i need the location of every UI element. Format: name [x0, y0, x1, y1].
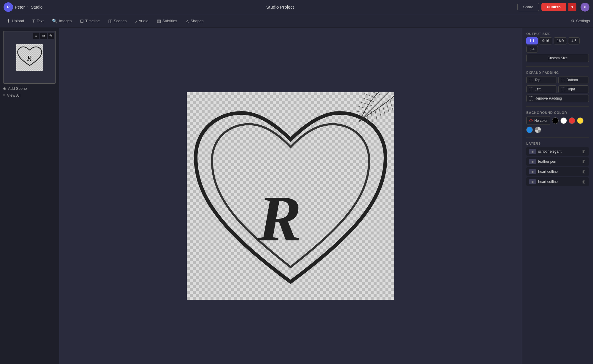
svg-line-11: [360, 98, 372, 110]
toolbar-shapes-button[interactable]: △ Shapes: [182, 17, 207, 25]
dashed-border-icon: [529, 78, 533, 82]
layer-image-icon-4: ▣: [529, 179, 536, 184]
custom-size-button[interactable]: Custom Size: [526, 54, 589, 62]
layer-item-4[interactable]: ▣ heart outline 🗑: [526, 177, 589, 186]
dashed-border-icon-5: [529, 96, 533, 100]
svg-line-14: [385, 98, 394, 111]
toolbar-subtitles-button[interactable]: ▤ Subtitles: [153, 17, 181, 25]
plus-icon: ⊕: [3, 86, 6, 91]
topbar: P Peter › Studio Studio Project Share Pu…: [0, 0, 593, 14]
toolbar: ⬆ Upload T Text 🔍 Images ⊟ Timeline ◫ Sc…: [0, 14, 593, 28]
scene-thumb-inner: R: [4, 31, 55, 83]
layer-item-2[interactable]: ▣ feather pen 🗑: [526, 157, 589, 166]
subtitles-icon: ▤: [157, 18, 161, 24]
toolbar-upload-button[interactable]: ⬆ Upload: [3, 17, 28, 25]
publish-button[interactable]: Publish: [541, 3, 566, 11]
background-color-title: BACKGROUND COLOR: [526, 111, 589, 114]
avatar: P: [4, 2, 13, 12]
images-icon: 🔍: [52, 18, 58, 24]
color-swatch-white[interactable]: [560, 117, 567, 124]
audio-icon: ♪: [135, 18, 137, 23]
user-badge: P: [581, 3, 589, 12]
toolbar-audio-label: Audio: [138, 19, 148, 23]
scene-hamburger-button[interactable]: ≡: [33, 33, 39, 39]
color-swatch-red[interactable]: [569, 117, 575, 124]
layers-title: LAYERS: [526, 142, 589, 145]
text-icon: T: [32, 18, 35, 23]
list-icon: ≡: [3, 93, 5, 98]
canvas-surface[interactable]: R: [187, 92, 394, 300]
layers-section: LAYERS ▣ script r elegant 🗑 ▣ feather pe…: [526, 142, 589, 187]
divider-1: [526, 66, 589, 67]
layer-delete-button-1[interactable]: 🗑: [582, 149, 586, 154]
padding-right-button[interactable]: Right: [558, 85, 589, 93]
svg-text:R: R: [258, 182, 302, 255]
layer-item-1[interactable]: ▣ script r elegant 🗑: [526, 147, 589, 156]
toolbar-timeline-button[interactable]: ⊟ Timeline: [76, 17, 103, 25]
padding-left-button[interactable]: Left: [526, 85, 557, 93]
shapes-icon: △: [186, 18, 189, 24]
topbar-right: Share Publish ▾ P: [517, 3, 589, 12]
upload-icon: ⬆: [7, 18, 10, 24]
settings-button[interactable]: ⚙ Settings: [571, 19, 590, 23]
scene-delete-button[interactable]: 🗑: [48, 33, 54, 39]
toolbar-text-label: Text: [36, 19, 44, 23]
padding-left-label: Left: [535, 87, 541, 91]
toolbar-scenes-label: Scenes: [114, 19, 127, 23]
layer-delete-button-3[interactable]: 🗑: [582, 169, 586, 174]
layer-name-4: heart outline: [538, 180, 579, 184]
size-btn-4-5[interactable]: 4:5: [568, 37, 580, 44]
size-btn-16-9[interactable]: 16:9: [554, 37, 567, 44]
background-color-section: BACKGROUND COLOR ⊘ No color: [526, 111, 589, 133]
layer-item-3[interactable]: ▣ heart outline 🗑: [526, 167, 589, 176]
svg-line-17: [374, 106, 386, 118]
no-color-button[interactable]: ⊘ No color: [526, 116, 550, 125]
color-swatch-black[interactable]: [552, 117, 559, 124]
scene-thumbnail[interactable]: ≡ ⧉ 🗑 R: [3, 31, 56, 84]
size-btn-5-4[interactable]: 5:4: [526, 46, 538, 53]
no-color-label: No color: [534, 119, 548, 123]
scene-copy-button[interactable]: ⧉: [40, 33, 47, 39]
right-panel: OUTPUT SIZE 1:1 9:16 16:9 4:5 5:4 Custom…: [522, 28, 593, 364]
toolbar-audio-button[interactable]: ♪ Audio: [131, 17, 152, 25]
publish-caret-button[interactable]: ▾: [568, 3, 576, 11]
expand-padding-section: EXPAND PADDING Top Bottom Left Right: [526, 71, 589, 102]
canvas-wrapper: R: [187, 92, 394, 300]
view-all-button[interactable]: ≡ View All: [3, 93, 56, 98]
size-btn-9-16[interactable]: 9:16: [539, 37, 552, 44]
canvas-area: R: [59, 28, 522, 364]
toolbar-images-button[interactable]: 🔍 Images: [48, 17, 75, 25]
size-buttons: 1:1 9:16 16:9 4:5 5:4: [526, 37, 589, 53]
breadcrumb-location: Studio: [31, 5, 43, 9]
breadcrumb: Peter › Studio: [15, 5, 43, 9]
color-swatch-strikethrough[interactable]: [535, 127, 541, 133]
toolbar-text-button[interactable]: T Text: [29, 17, 47, 25]
layer-image-icon-2: ▣: [529, 159, 536, 164]
bg-color-row: ⊘ No color: [526, 116, 589, 133]
layer-image-icon-1: ▣: [529, 149, 536, 154]
breadcrumb-user[interactable]: Peter: [15, 5, 25, 9]
toolbar-subtitles-label: Subtitles: [162, 19, 177, 23]
color-swatch-yellow[interactable]: [577, 117, 584, 124]
scene-controls: ≡ ⧉ 🗑: [33, 33, 54, 39]
layer-name-1: script r elegant: [538, 149, 579, 154]
padding-top-label: Top: [535, 78, 540, 82]
padding-bottom-button[interactable]: Bottom: [558, 76, 589, 84]
caret-down-icon: ▾: [571, 5, 573, 9]
svg-line-7: [369, 92, 382, 95]
share-button[interactable]: Share: [517, 3, 539, 11]
layer-delete-button-2[interactable]: 🗑: [582, 159, 586, 164]
toolbar-upload-label: Upload: [12, 19, 24, 23]
remove-padding-label: Remove Padding: [535, 96, 562, 100]
layer-delete-button-4[interactable]: 🗑: [582, 179, 586, 184]
color-swatch-blue[interactable]: [526, 127, 533, 133]
remove-padding-button[interactable]: Remove Padding: [526, 95, 589, 102]
padding-top-button[interactable]: Top: [526, 76, 557, 84]
padding-right-label: Right: [567, 87, 575, 91]
scene-preview-svg: R: [16, 44, 43, 71]
add-scene-label: Add Scene: [8, 86, 27, 91]
toolbar-scenes-button[interactable]: ◫ Scenes: [105, 17, 130, 25]
size-btn-1-1[interactable]: 1:1: [526, 37, 538, 44]
add-scene-button[interactable]: ⊕ Add Scene: [3, 86, 56, 91]
topbar-left: P Peter › Studio: [4, 2, 43, 12]
